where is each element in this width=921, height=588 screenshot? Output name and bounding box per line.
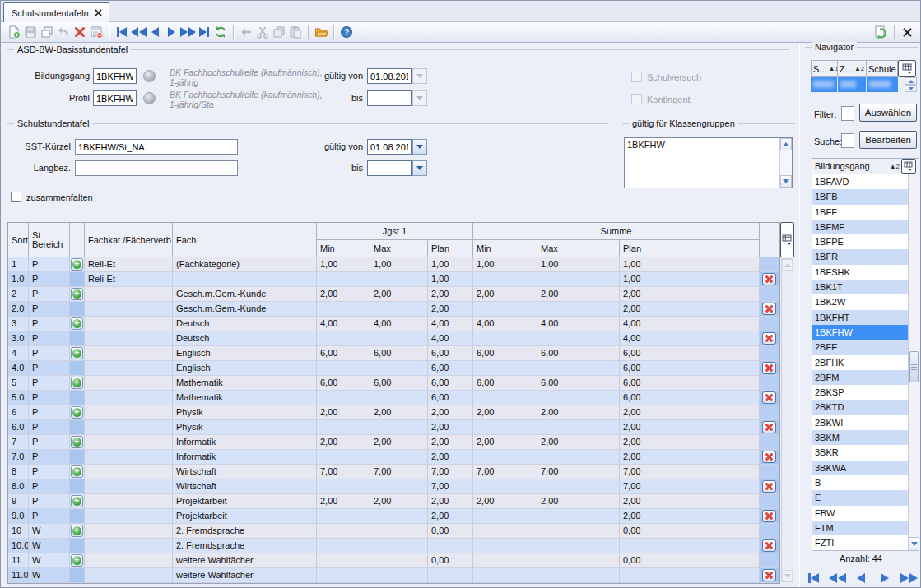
cell-summe-plan[interactable]: 2,00	[620, 302, 760, 317]
header-summe-min[interactable]: Min	[473, 240, 537, 257]
cell-summe-min[interactable]	[473, 331, 537, 346]
copy-record-icon[interactable]	[39, 25, 55, 39]
cell-sort[interactable]: 4	[8, 346, 29, 361]
cell-fach[interactable]: 2. Fremdsprache	[173, 524, 317, 539]
cell-summe-max[interactable]	[537, 272, 620, 287]
header-fachkat[interactable]: Fachkat./Fächerverb.	[85, 223, 173, 257]
cell-st-bereich[interactable]: P	[29, 346, 70, 361]
list-item[interactable]: 3BKR	[812, 445, 919, 460]
cell-jgst-max[interactable]: 6,00	[370, 376, 428, 391]
cell-fach[interactable]: Gesch.m.Gem.-Kunde	[173, 302, 317, 317]
cell-summe-max[interactable]: 6,00	[537, 346, 620, 361]
cell-summe-plan[interactable]: 4,00	[620, 317, 760, 331]
klassengruppen-scrollbar[interactable]	[779, 138, 792, 188]
cell-summe-max[interactable]	[537, 524, 620, 539]
cell-jgst-max[interactable]: 4,00	[370, 317, 428, 331]
navigator-col-3[interactable]: Schule	[867, 60, 898, 77]
cell-fach[interactable]: weitere Wahlfächer	[173, 568, 317, 583]
zusammenfalten-checkbox[interactable]	[11, 192, 21, 202]
add-row-button[interactable]: +	[71, 347, 83, 359]
header-sort[interactable]: Sort.	[8, 223, 29, 257]
cell-jgst-min[interactable]	[317, 509, 370, 524]
list-item[interactable]: B	[812, 475, 919, 490]
cell-summe-max[interactable]: 4,00	[537, 317, 620, 331]
nav-fast-next-icon[interactable]	[900, 571, 917, 586]
cell-jgst-plan[interactable]: 2,00	[428, 302, 473, 317]
cell-summe-max[interactable]: 7,00	[537, 465, 620, 479]
add-row-button[interactable]: +	[71, 406, 83, 419]
cell-jgst-max[interactable]: 7,00	[370, 465, 428, 479]
sst-gueltig-von-field[interactable]	[367, 139, 412, 155]
list-item[interactable]: 1BFMF	[812, 220, 919, 234]
cell-summe-plan[interactable]: 2,00	[620, 509, 760, 524]
cell-summe-min[interactable]	[473, 539, 537, 553]
list-item[interactable]: 1BK2W	[812, 294, 919, 309]
sst-bis-dropdown[interactable]	[412, 160, 427, 176]
cell-jgst-min[interactable]	[317, 553, 370, 568]
cell-summe-plan[interactable]: 2,00	[620, 405, 760, 420]
cell-jgst-plan[interactable]: 2,00	[428, 435, 473, 450]
add-row-button[interactable]: +	[71, 288, 83, 300]
list-item[interactable]: 2BFE	[812, 340, 919, 354]
cell-sort[interactable]: 8.0	[8, 479, 29, 494]
cell-sort[interactable]: 10.0	[8, 539, 29, 553]
list-item[interactable]: 3BKM	[812, 430, 919, 445]
list-item[interactable]: E	[812, 490, 919, 505]
cell-jgst-max[interactable]	[370, 568, 428, 583]
cell-summe-max[interactable]	[537, 568, 620, 583]
cell-jgst-plan[interactable]: 2,00	[428, 494, 473, 509]
cell-fachkat[interactable]: Reli-Et	[85, 272, 173, 287]
header-summe-max[interactable]: Max	[537, 240, 620, 257]
cell-jgst-plan[interactable]: 6,00	[428, 391, 473, 405]
cell-fachkat[interactable]	[85, 568, 173, 583]
cell-sort[interactable]: 3	[8, 317, 29, 331]
filter-checkbox[interactable]	[841, 106, 854, 121]
cell-sort[interactable]: 5.0	[8, 391, 29, 405]
cell-st-bereich[interactable]: P	[29, 420, 70, 435]
cell-jgst-max[interactable]: 2,00	[370, 287, 428, 302]
cell-fach[interactable]: Physik	[173, 420, 317, 435]
header-summe-plan[interactable]: Plan	[620, 240, 760, 257]
cell-jgst-min[interactable]	[317, 539, 370, 553]
cell-summe-max[interactable]	[537, 539, 620, 553]
cell-jgst-plan[interactable]: 6,00	[428, 376, 473, 391]
cell-jgst-min[interactable]	[317, 450, 370, 465]
cell-summe-max[interactable]	[537, 391, 620, 405]
cell-st-bereich[interactable]: P	[29, 331, 70, 346]
cell-jgst-max[interactable]	[370, 509, 428, 524]
cell-summe-plan[interactable]	[620, 568, 760, 583]
cell-st-bereich[interactable]: P	[29, 302, 70, 317]
cell-jgst-max[interactable]	[370, 302, 428, 317]
cell-fach[interactable]: Gesch.m.Gem.-Kunde	[173, 287, 317, 302]
delete-row-button[interactable]	[762, 332, 776, 345]
delete-row-button[interactable]	[762, 451, 776, 463]
cell-st-bereich[interactable]: W	[29, 568, 70, 583]
cell-jgst-min[interactable]: 2,00	[317, 405, 370, 420]
cell-jgst-plan[interactable]: 6,00	[428, 361, 473, 376]
cell-summe-max[interactable]: 6,00	[537, 376, 620, 391]
cell-summe-plan[interactable]	[620, 539, 760, 553]
navigator-col-1[interactable]: S...▲1	[811, 60, 838, 77]
cell-jgst-plan[interactable]	[428, 568, 473, 583]
profil-field[interactable]	[93, 90, 137, 106]
cell-fachkat[interactable]	[85, 391, 173, 405]
cell-st-bereich[interactable]: P	[29, 376, 70, 391]
cell-sort[interactable]: 11.0	[8, 568, 29, 583]
cell-fachkat[interactable]	[85, 346, 173, 361]
cell-summe-max[interactable]	[537, 331, 620, 346]
klassengruppen-listbox[interactable]: 1BKFHW	[624, 137, 793, 188]
cell-st-bereich[interactable]: P	[29, 317, 70, 331]
list-item[interactable]: 3BKWA	[812, 461, 919, 475]
delete-row-button[interactable]	[762, 303, 776, 315]
nav-next-icon[interactable]	[877, 571, 893, 586]
cell-fachkat[interactable]	[85, 435, 173, 450]
cell-st-bereich[interactable]: P	[29, 391, 70, 405]
list-column-chooser-button[interactable]	[901, 159, 916, 174]
delete-row-button[interactable]	[762, 362, 776, 374]
cell-summe-plan[interactable]: 0,00	[620, 524, 760, 539]
cell-jgst-min[interactable]: 4,00	[317, 317, 370, 331]
cell-summe-min[interactable]	[473, 450, 537, 465]
list-item[interactable]: 1BFPE	[812, 234, 919, 249]
header-group-summe[interactable]: Summe	[473, 223, 760, 240]
cell-fachkat[interactable]	[85, 509, 173, 524]
